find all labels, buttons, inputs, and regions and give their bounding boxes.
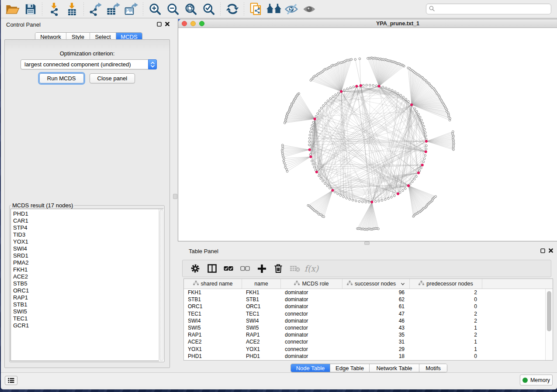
mcds-result-item[interactable]: YOX1 (11, 238, 163, 245)
table-row[interactable]: ACE2ACE2connector311 (184, 338, 545, 345)
table-scrollbar-thumb[interactable] (547, 291, 551, 331)
mcds-result-box: MCDS result (17 nodes) PHD1CAR1STP4TID3Y… (9, 202, 165, 362)
mcds-result-item[interactable]: STB5 (11, 280, 163, 287)
vertical-splitter-handle[interactable] (173, 194, 177, 199)
mcds-result-item[interactable]: RAP1 (11, 294, 163, 301)
toolbar-group (223, 2, 241, 17)
table-row[interactable]: PHD1PHD1dominator180 (184, 353, 545, 360)
mcds-result-item[interactable]: PHD1 (11, 210, 163, 217)
float-panel-icon[interactable] (157, 21, 162, 28)
table-row[interactable]: SWI5SWI5connector431 (184, 324, 545, 331)
table-row[interactable]: SWI4SWI4dominator462 (184, 317, 545, 324)
close-panel-button[interactable]: Close panel (90, 73, 135, 83)
add-icon[interactable] (253, 261, 270, 275)
close-table-panel-icon[interactable] (548, 247, 554, 255)
tab-network-table[interactable]: Network Table (370, 364, 419, 372)
zoom-out-icon[interactable] (164, 2, 182, 17)
mcds-result-item[interactable]: FKH1 (11, 266, 163, 273)
mcds-result-item[interactable]: TID3 (11, 231, 163, 238)
column-header-name[interactable]: name (242, 279, 281, 289)
table-cell: 96 (343, 289, 410, 296)
delete-icon[interactable] (270, 261, 287, 275)
zoom-fit-icon[interactable] (182, 2, 200, 17)
criterion-dropdown[interactable]: largest connected component (undirected) (21, 59, 157, 69)
mcds-result-item[interactable]: SWI5 (11, 308, 163, 315)
tab-edge-table[interactable]: Edge Table (330, 364, 370, 372)
select-all-icon[interactable] (220, 261, 237, 275)
horizontal-splitter-handle[interactable] (364, 241, 370, 245)
table-row[interactable]: FKH1FKH1dominator962 (184, 289, 545, 296)
horizontal-splitter[interactable] (178, 241, 557, 245)
mcds-result-item[interactable]: ACE2 (11, 273, 163, 280)
mcds-result-item[interactable]: STP4 (11, 224, 163, 231)
zoom-in-icon[interactable] (146, 2, 164, 17)
import-network-icon[interactable] (45, 2, 63, 17)
maximize-window-icon[interactable] (199, 21, 204, 26)
gear-icon[interactable] (187, 261, 204, 275)
table-cell: SWI4 (184, 318, 242, 324)
refresh-icon[interactable] (223, 2, 241, 17)
column-header-shared-name[interactable]: shared name (184, 279, 242, 289)
network-canvas[interactable] (178, 28, 557, 241)
export-network-icon[interactable] (86, 2, 104, 17)
close-panel-icon[interactable] (165, 21, 170, 28)
mcds-result-item[interactable]: SRD1 (11, 252, 163, 259)
table-row[interactable]: YOX1YOX1connector291 (184, 346, 545, 353)
float-table-panel-icon[interactable] (540, 247, 545, 255)
tab-node-table[interactable]: Node Table (291, 364, 330, 372)
column-label: predecessor nodes (426, 281, 473, 287)
export-image-icon[interactable] (122, 2, 140, 17)
search-field[interactable] (426, 3, 551, 14)
memory-button[interactable]: Memory (520, 375, 553, 385)
first-neighbors-icon[interactable] (265, 2, 283, 17)
table-row[interactable]: RAP1RAP1dominator352 (184, 331, 545, 338)
open-session-icon[interactable] (3, 2, 21, 17)
show-all-icon[interactable] (301, 2, 318, 17)
close-window-icon[interactable] (182, 21, 187, 26)
search-input[interactable] (436, 6, 548, 12)
sort-chevron-icon (401, 281, 405, 287)
table-cell: ORC1 (184, 303, 242, 309)
zoom-selected-icon[interactable] (200, 2, 218, 17)
mcds-result-list[interactable]: PHD1CAR1STP4TID3YOX1SWI4SRD1PMA2FKH1ACE2… (10, 209, 163, 361)
shared-column-icon (419, 281, 424, 287)
column-header-successor-nodes[interactable]: successor nodes (343, 279, 410, 289)
column-header-MCDS-role[interactable]: MCDS role (281, 279, 343, 289)
table-cell: dominator (281, 332, 343, 338)
mcds-result-item[interactable]: GCR1 (11, 322, 163, 329)
table-scrollbar[interactable] (545, 289, 553, 360)
export-table-icon[interactable] (104, 2, 122, 17)
mcds-result-item[interactable]: PMA2 (11, 259, 163, 266)
minimize-window-icon[interactable] (190, 21, 196, 26)
hide-selected-icon[interactable] (283, 2, 301, 17)
vertical-splitter[interactable] (173, 19, 178, 372)
dropdown-stepper-icon (148, 59, 157, 69)
columns-icon[interactable] (204, 261, 220, 275)
column-header-predecessor-nodes[interactable]: predecessor nodes (410, 279, 482, 289)
new-network-from-selection-icon[interactable] (247, 2, 265, 17)
mcds-result-item[interactable]: STB1 (11, 301, 163, 308)
function-builder-icon: f(x) (303, 261, 320, 275)
table-row[interactable]: TEC1TEC1connector472 (184, 310, 545, 317)
table-cell: RAP1 (184, 332, 242, 338)
table-cell: SWI4 (242, 318, 281, 324)
table-cell: 29 (343, 346, 410, 352)
run-mcds-button[interactable]: Run MCDS (39, 73, 84, 83)
table-row[interactable]: ORC1ORC1dominator610 (184, 303, 545, 310)
tab-motifs[interactable]: Motifs (419, 364, 447, 372)
table-row[interactable]: STB1STB1dominator620 (184, 296, 545, 303)
mcds-result-item[interactable]: TEC1 (11, 315, 163, 322)
deselect-all-icon[interactable] (237, 261, 253, 275)
save-session-icon[interactable] (21, 2, 39, 17)
table-tabs: Node TableEdge TableNetwork TableMotifs (291, 364, 447, 372)
toolbar-group (247, 2, 318, 17)
mcds-result-item[interactable]: CAR1 (11, 217, 163, 224)
mcds-result-item[interactable]: ORC1 (11, 287, 163, 294)
network-window-titlebar[interactable]: YPA_prune.txt_1 (178, 19, 557, 28)
table-cell: connector (281, 339, 343, 345)
result-scrollbar[interactable] (159, 209, 164, 361)
task-history-button[interactable] (5, 376, 17, 385)
import-table-icon[interactable] (63, 2, 81, 17)
table-cell: 1 (410, 339, 482, 345)
mcds-result-item[interactable]: SWI4 (11, 245, 163, 252)
